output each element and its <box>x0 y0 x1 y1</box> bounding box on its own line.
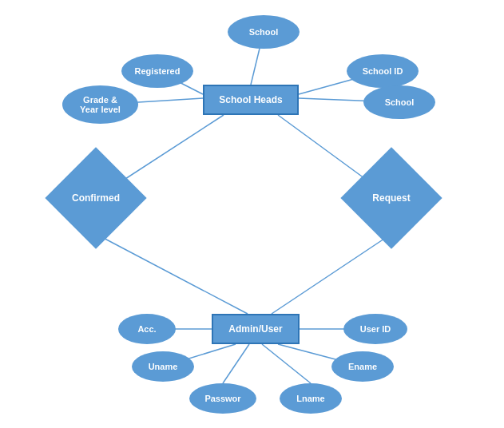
school-top-label: School <box>249 27 279 37</box>
er-diagram: School Heads Admin/User School School ID… <box>0 0 504 428</box>
uname-left-label: Uname <box>149 362 178 371</box>
svg-line-7 <box>96 234 248 314</box>
passwor-node: Passwor <box>189 383 256 414</box>
svg-line-14 <box>262 344 311 383</box>
confirmed-diamond <box>45 147 146 248</box>
school-id-node: School ID <box>347 54 419 88</box>
school-heads-node: School Heads <box>203 85 299 115</box>
acc-node: Acc. <box>118 314 176 344</box>
svg-line-13 <box>223 344 249 383</box>
user-id-label: User ID <box>360 324 391 334</box>
registered-label: Registered <box>135 66 181 76</box>
grade-year-label: Grade & Year level <box>80 95 121 114</box>
user-id-node: User ID <box>343 314 407 344</box>
svg-line-8 <box>272 234 391 314</box>
request-node: Request <box>355 162 427 234</box>
grade-year-node: Grade & Year level <box>62 85 138 124</box>
school-id-label: School ID <box>363 66 403 76</box>
lname-node: Lname <box>280 383 342 414</box>
school-right-label: School <box>385 97 415 107</box>
fname-label: Ename <box>348 362 377 371</box>
confirmed-node: Confirmed <box>60 162 132 234</box>
school-heads-label: School Heads <box>219 94 282 105</box>
passwor-label: Passwor <box>204 394 240 403</box>
school-right-node: School <box>363 85 435 119</box>
admin-user-node: Admin/User <box>212 314 300 344</box>
lname-label: Lname <box>296 394 324 403</box>
uname-left-node: Uname <box>132 351 194 382</box>
admin-user-label: Admin/User <box>228 323 282 335</box>
request-diamond <box>340 147 442 248</box>
registered-node: Registered <box>121 54 193 88</box>
school-top-node: School <box>228 15 300 49</box>
fname-node: Ename <box>331 351 394 382</box>
acc-label: Acc. <box>137 324 156 334</box>
